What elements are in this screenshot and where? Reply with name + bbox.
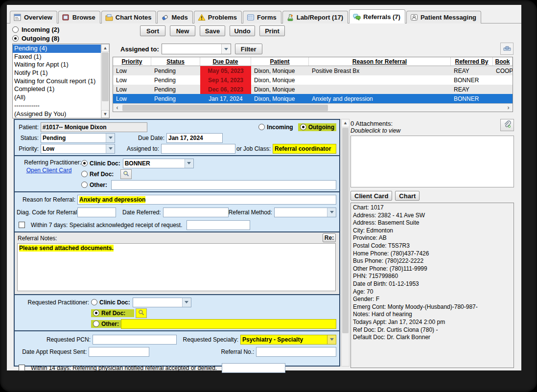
sort-button[interactable]: Sort [140,25,165,36]
date-appt-request-sent-field[interactable] [89,347,149,357]
date-referred-field[interactable] [163,208,229,217]
client-card-button[interactable]: Client Card [350,191,392,201]
requested-specialty-dropdown[interactable]: Psychiatry - Specialty [240,335,336,345]
chevron-down-icon[interactable] [106,144,115,153]
status-list-item[interactable]: Pending (4) [13,45,101,53]
requested-other-field[interactable] [121,319,336,329]
requested-ref-doc-radio[interactable] [93,310,99,316]
due-date-field[interactable]: Jan 17, 2024 [166,133,223,143]
status-list-scrollbar[interactable]: ▲ ▼ [101,44,109,118]
re-button[interactable]: Re: [323,233,336,242]
chart-button[interactable]: Chart [395,191,420,201]
requested-ref-doc-highlight[interactable]: Ref Doc: [91,309,134,317]
scroll-down-icon[interactable]: ▼ [101,110,109,118]
priority-dropdown[interactable]: Low [41,144,115,154]
scrollbar-thumb[interactable] [122,105,328,111]
tab-meds[interactable]: Meds [157,11,192,23]
table-horizontal-scrollbar[interactable]: ‹ › [113,103,513,112]
undo-button[interactable]: Undo [230,25,255,36]
scroll-up-icon[interactable]: ▲ [342,119,349,127]
requested-other-highlight[interactable]: Other: [91,320,121,328]
scroll-up-icon[interactable]: ▲ [101,44,109,52]
assigned-to-dropdown[interactable] [162,44,231,54]
chevron-down-icon[interactable] [221,44,231,54]
referring-other-radio[interactable] [81,182,88,188]
chevron-down-icon[interactable] [327,208,336,217]
requested-clinic-doc-radio[interactable] [91,299,97,305]
form-outgoing-highlight[interactable]: Outgoing [298,123,336,131]
scrollbar-thumb[interactable] [102,52,109,101]
tab-patient-messaging[interactable]: Patient Messaging [406,11,481,23]
form-incoming-radio[interactable] [258,124,265,130]
tab-overview[interactable]: Overview [10,11,57,23]
referral-method-dropdown[interactable] [274,208,336,217]
job-class-field[interactable]: Referral coordinator [273,144,336,154]
diag-code-field[interactable] [77,208,116,217]
status-list-item[interactable]: Notify Pt (1) [13,69,101,77]
open-attachment-tray-button[interactable] [500,43,514,55]
requested-clinic-doc-dropdown[interactable] [133,298,191,307]
referral-notes-textarea[interactable]: Please send attached documents. [17,243,336,291]
requested-other-radio[interactable] [93,321,99,327]
print-button[interactable]: Print [259,25,285,36]
status-list-item[interactable]: (All) [13,93,101,102]
referring-ref-doc-radio[interactable] [81,171,88,177]
assigned-to-field[interactable] [161,144,235,154]
reason-for-referral-field[interactable]: Anxiety and depression [77,195,336,205]
attachments-listbox[interactable] [350,136,514,187]
chevron-down-icon[interactable] [182,298,191,307]
status-list-item[interactable]: Waiting for Consult report (1) [13,77,101,86]
column-header-referred-by[interactable]: Referred By [451,57,493,66]
tab-chart-notes[interactable]: Chart Notes [101,11,157,23]
requested-pcn-field[interactable] [93,335,177,345]
column-header-priority[interactable]: Priority [113,57,151,66]
scroll-right-icon[interactable]: › [504,104,513,112]
within-7-days-checkbox[interactable] [19,222,25,228]
status-dropdown[interactable]: Pending [41,133,115,143]
requested-ref-doc-search-button[interactable] [136,308,147,318]
column-header-status[interactable]: Status [151,57,200,66]
within-14-days-date-field[interactable] [222,363,285,373]
scroll-left-icon[interactable]: ‹ [113,104,121,112]
status-list-item[interactable]: Completed (1) [13,85,101,93]
save-button[interactable]: Save [200,25,225,36]
column-header-book[interactable]: Book [493,57,513,66]
table-row[interactable]: Low Pending Dec 06, 2023 Dixon, Monique … [113,85,513,94]
form-vertical-scrollbar[interactable]: ▲ [341,119,350,367]
status-list-item[interactable]: Waiting for Appt (1) [13,61,101,69]
scrollbar-thumb[interactable] [342,128,349,333]
status-list-item[interactable]: (Assigned By You) [13,110,101,118]
column-header-due-date[interactable]: Due Date [200,57,251,66]
chevron-down-icon[interactable] [106,134,115,142]
outgoing-radio-row[interactable]: Outgoing (8) [12,34,59,43]
incoming-radio-row[interactable]: Incoming (2) [12,25,59,34]
tab-lab-report[interactable]: Lab/Report (17) [282,11,348,23]
filter-button[interactable]: Filter [235,44,262,54]
tab-browse[interactable]: Browse [58,11,100,23]
outgoing-radio[interactable] [12,35,19,42]
referring-clinic-doc-dropdown[interactable]: BONNER [123,159,194,168]
table-row-selected[interactable]: Low Pending Jan 17, 2024 Dixon, Monique … [113,94,513,103]
referral-no-field[interactable] [256,347,336,357]
referring-ref-doc-search-button[interactable] [120,169,132,179]
status-list-item[interactable]: Faxed (1) [13,53,101,61]
referring-other-field[interactable] [111,180,336,190]
add-attachment-button[interactable] [500,119,514,131]
tab-referrals[interactable]: Referrals (7) [349,9,405,23]
within-7-days-date-field[interactable] [187,220,250,230]
within-14-days-checkbox[interactable] [19,365,25,371]
table-row[interactable]: Low Pending Sep 14, 2023 Dixon, Monique … [113,75,513,85]
column-header-reason[interactable]: Reason for Referral [309,57,451,66]
form-outgoing-radio[interactable] [300,124,306,130]
status-list-item[interactable]: ------------ [13,102,101,110]
open-client-card-link[interactable]: Open Client Card [26,167,72,174]
table-row[interactable]: Low Pending May 05, 2023 Dixon, Monique … [113,66,513,75]
chevron-down-icon[interactable] [327,335,336,344]
new-button[interactable]: New [170,25,195,36]
referring-clinic-doc-radio[interactable] [81,160,88,166]
chevron-down-icon[interactable] [185,159,193,168]
column-header-patient[interactable]: Patient [251,57,309,66]
tab-forms[interactable]: Forms [243,11,281,23]
tab-problems[interactable]: Problems [194,11,242,23]
incoming-radio[interactable] [12,26,19,33]
